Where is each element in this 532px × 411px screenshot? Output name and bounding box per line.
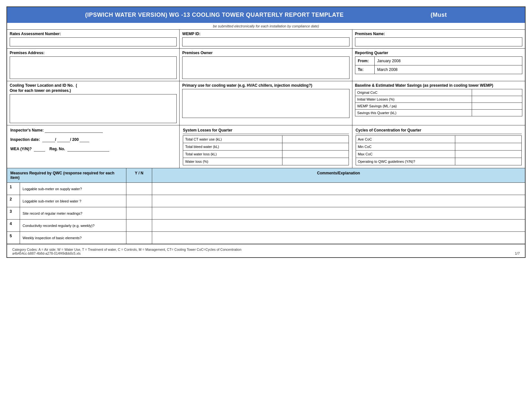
page-header: (IPSWICH WATER VERSION) WG -13 COOLING T… — [7, 7, 525, 23]
cooling-tower-sub: One for each tower on premises.) — [10, 88, 177, 93]
premises-name-label: Premises Name: — [355, 32, 522, 36]
original-coc-value[interactable] — [472, 89, 522, 96]
total-water-loss-value[interactable] — [282, 151, 349, 158]
yn-header: Y / N — [126, 168, 152, 182]
table-row: Initial Water Losses (%) — [355, 96, 522, 103]
table-row: Total water loss (kL) — [183, 151, 349, 158]
rates-assessment-cell: Rates Assessment Number: — [7, 30, 180, 48]
measure-comment-5[interactable] — [152, 232, 525, 244]
total-water-loss-label: Total water loss (kL) — [183, 151, 282, 158]
measure-row-5: 5 Weekly inspection of basic elements? — [7, 232, 525, 244]
measure-yn-1[interactable] — [126, 183, 152, 195]
table-row: Original CoC — [355, 89, 522, 96]
measure-num-4: 4 — [7, 220, 20, 231]
measure-num-2: 2 — [7, 195, 20, 207]
ave-coc-value[interactable] — [455, 136, 522, 143]
savings-quarter-label: Savings this Quarter (kL) — [355, 110, 472, 116]
savings-quarter-value[interactable] — [472, 110, 522, 116]
cycles-label: Cycles of Concentration for Quarter — [356, 128, 522, 134]
measure-num-3: 3 — [7, 207, 20, 219]
premises-owner-input[interactable] — [182, 56, 349, 79]
operating-qwc-value[interactable] — [455, 158, 522, 165]
total-ct-water-label: Total CT water use (kL) — [183, 136, 282, 143]
system-losses-label: System Losses for Quarter — [183, 128, 349, 134]
measure-yn-5[interactable] — [126, 232, 152, 244]
wemp-id-label: WEMP ID: — [182, 32, 349, 36]
header-title: (IPSWICH WATER VERSION) WG -13 COOLING T… — [85, 12, 344, 18]
measure-yn-2[interactable] — [126, 195, 152, 207]
measure-comment-4[interactable] — [152, 220, 525, 231]
from-label: From: — [355, 57, 375, 65]
measure-row-1: 1 Loggable sub-meter on supply water? — [7, 183, 525, 195]
measure-comment-1[interactable] — [152, 183, 525, 195]
initial-water-losses-value[interactable] — [472, 96, 522, 103]
baseline-cell: Baseline & Estimated Water Savings (as p… — [352, 81, 525, 125]
table-row: Ave CoC — [356, 136, 521, 143]
reporting-quarter-label: Reporting Quarter — [355, 51, 522, 55]
system-losses-cell: System Losses for Quarter Total CT water… — [180, 125, 352, 168]
baseline-label: Baseline & Estimated Water Savings (as p… — [355, 83, 522, 88]
max-coc-value[interactable] — [455, 151, 522, 158]
table-row: Total bleed water (kL) — [183, 143, 349, 151]
reporting-quarter-cell: Reporting Quarter From: January 2008 To:… — [352, 49, 525, 81]
min-coc-value[interactable] — [455, 143, 522, 151]
ave-coc-label: Ave CoC — [356, 136, 455, 143]
measure-yn-3[interactable] — [126, 207, 152, 219]
measure-comment-3[interactable] — [152, 207, 525, 219]
primary-use-cell: Primary use for cooling water (e.g. HVAC… — [180, 81, 352, 125]
premises-address-input[interactable] — [10, 56, 177, 79]
sub-header: be submitted electronically for each ins… — [7, 23, 525, 30]
measure-row-3: 3 Site record of regular meter readings? — [7, 207, 525, 220]
primary-use-input[interactable] — [182, 89, 349, 118]
file-id: a4b454cc-b887-4b8d-a278-014f49dbb0c5.xls — [12, 251, 241, 255]
total-bleed-water-label: Total bleed water (kL) — [183, 143, 282, 151]
from-value: January 2008 — [375, 57, 403, 65]
table-row: Max CoC — [356, 151, 521, 158]
wemp-savings-value[interactable] — [472, 103, 522, 110]
footer-left: Category Codes: A = Air side; W = Water … — [12, 248, 241, 255]
water-loss-pct-label: Water loss (%) — [183, 158, 282, 165]
measure-comment-2[interactable] — [152, 195, 525, 207]
to-label: To: — [355, 65, 375, 74]
inspection-date-line: Inspection date: / / 200 — [10, 137, 176, 142]
inspector-cell: Inspector's Name: Inspection date: / / 2… — [7, 125, 180, 168]
table-row: Operating to QWC guidelines (Y/N)? — [356, 158, 521, 165]
initial-water-losses-label: Initial Water Losses (%) — [355, 96, 472, 103]
measure-num-1: 1 — [7, 183, 20, 195]
page-number: 1/7 — [515, 251, 520, 255]
premises-owner-label: Premises Owner — [182, 51, 349, 55]
cooling-tower-label: Cooling Tower Location and ID No. ( — [10, 83, 177, 88]
measures-header-row: Measures Required by QWC (response requi… — [7, 168, 525, 183]
wea-line: WEA (Y/N)? Reg. No. — [10, 147, 176, 152]
wemp-id-input[interactable] — [182, 37, 349, 46]
measure-yn-4[interactable] — [126, 220, 152, 231]
table-row: WEMP Savings (ML / pa) — [355, 103, 522, 110]
water-loss-pct-value[interactable] — [282, 158, 349, 165]
table-row: Water loss (%) — [183, 158, 349, 165]
cooling-tower-cell: Cooling Tower Location and ID No. ( One … — [7, 81, 180, 125]
rates-assessment-input[interactable] — [10, 37, 177, 46]
cooling-tower-input[interactable] — [10, 94, 177, 123]
wemp-id-cell: WEMP ID: — [180, 30, 352, 48]
measure-desc-5: Weekly inspection of basic elements? — [20, 232, 126, 244]
measure-desc-3: Site record of regular meter readings? — [20, 207, 126, 219]
to-value: March 2008 — [375, 65, 400, 74]
comments-header: Comments/Explanation — [152, 168, 525, 182]
measure-row-2: 2 Loggable sub-meter on bleed water ? — [7, 195, 525, 207]
max-coc-label: Max CoC — [356, 151, 455, 158]
table-row: Total CT water use (kL) — [183, 136, 349, 143]
primary-use-label: Primary use for cooling water (e.g. HVAC… — [182, 83, 349, 88]
total-bleed-water-value[interactable] — [282, 143, 349, 151]
premises-address-label: Premises Address: — [10, 51, 177, 55]
min-coc-label: Min CoC — [356, 143, 455, 151]
wemp-savings-label: WEMP Savings (ML / pa) — [355, 103, 472, 110]
operating-qwc-label: Operating to QWC guidelines (Y/N)? — [356, 158, 455, 165]
table-row: Min CoC — [356, 143, 521, 151]
premises-name-input[interactable] — [355, 37, 522, 46]
premises-name-cell: Premises Name: — [352, 30, 525, 48]
rates-assessment-label: Rates Assessment Number: — [10, 32, 177, 36]
category-codes: Category Codes: A = Air side; W = Water … — [12, 248, 241, 251]
measures-header-label: Measures Required by QWC (response requi… — [7, 168, 126, 182]
total-ct-water-value[interactable] — [282, 136, 349, 143]
measure-desc-1: Loggable sub-meter on supply water? — [20, 183, 126, 195]
